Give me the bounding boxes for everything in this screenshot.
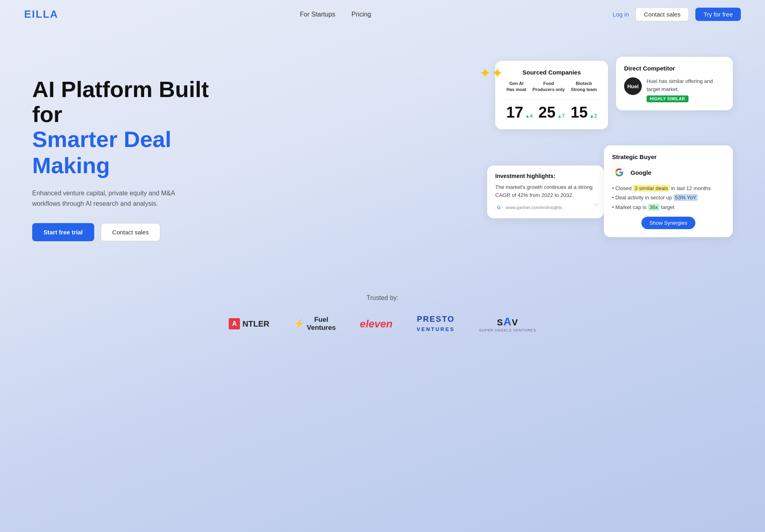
fuel-ventures-text: FuelVentures bbox=[307, 316, 336, 332]
tag-food: Food Producers only bbox=[533, 81, 565, 93]
competitor-row: Huel Huel has similar offering and targe… bbox=[624, 77, 725, 102]
target-multiple-highlight: 36x bbox=[648, 204, 660, 211]
logo-sav: SAV SUPER ANGELS VENTURES bbox=[479, 315, 536, 332]
hero-description: Enhanced venture capital, private equity… bbox=[32, 188, 193, 209]
quote-mark-icon: " bbox=[594, 201, 598, 213]
huel-logo: Huel bbox=[624, 77, 642, 95]
fuel-lightning-icon: ⚡ bbox=[294, 319, 304, 329]
strategic-bullet-2: Deal activity in sector up 53% YoY bbox=[612, 193, 725, 202]
hero-left: AI Platform Built for Smarter Deal Makin… bbox=[32, 53, 242, 241]
sourced-companies-card: Sourced Companies Gen AI Has moat Food P… bbox=[495, 61, 608, 129]
competitor-card-title: Direct Competitor bbox=[624, 65, 725, 72]
try-free-button[interactable]: Try for free bbox=[695, 8, 741, 21]
logo-fuel-ventures: ⚡ FuelVentures bbox=[294, 316, 336, 332]
sourced-num-2: 25 ▲7 bbox=[538, 104, 564, 121]
tag-biotech: Biotech Strong team bbox=[571, 81, 597, 93]
invest-card-text: The market's growth continues at a stron… bbox=[495, 183, 596, 199]
antler-a-icon: A bbox=[229, 318, 240, 329]
strategic-card-title: Strategic Buyer bbox=[612, 153, 725, 160]
strategic-bullet-3: Market cap is 36x target bbox=[612, 203, 725, 212]
logo-antler: A NTLER bbox=[229, 318, 269, 329]
strategic-buyer-card: Strategic Buyer Google Closed 3 similar … bbox=[604, 145, 733, 237]
invest-card-source: G www.gartner.com/en/insights bbox=[495, 204, 596, 211]
invest-card-title: Investment highlights: bbox=[495, 173, 596, 179]
contact-sales-nav-button[interactable]: Contact sales bbox=[635, 7, 689, 21]
nav-links: For Startups Pricing bbox=[300, 11, 371, 18]
contact-sales-hero-button[interactable]: Contact sales bbox=[101, 223, 161, 241]
hero-title-black: AI Platform Built for bbox=[32, 77, 242, 126]
nav-link-pricing[interactable]: Pricing bbox=[351, 11, 371, 18]
start-free-trial-button[interactable]: Start free trial bbox=[32, 223, 94, 241]
google-icon bbox=[612, 165, 626, 180]
strategic-buyer-name: Google bbox=[631, 169, 651, 176]
nav-actions: Log in Contact sales Try for free bbox=[612, 7, 741, 21]
hero-buttons: Start free trial Contact sales bbox=[32, 223, 242, 241]
login-button[interactable]: Log in bbox=[612, 11, 629, 18]
sourced-numbers: 17 ▲4 25 ▲7 15 ▲2 bbox=[503, 104, 600, 121]
highly-similar-badge: HIGHLY SIMILAR bbox=[647, 95, 688, 102]
google-g-icon: G bbox=[495, 204, 502, 211]
sourced-card-title: Sourced Companies bbox=[503, 69, 600, 76]
logo-eleven: eleven bbox=[360, 318, 393, 330]
competitor-description: Huel has similar offering and target mar… bbox=[647, 77, 725, 93]
sourced-num-1: 17 ▲4 bbox=[506, 104, 532, 121]
yoy-highlight: 53% YoY bbox=[674, 194, 698, 201]
tag-gen-ai: Gen AI Has moat bbox=[507, 81, 527, 93]
sourced-tags: Gen AI Has moat Food Producers only Biot… bbox=[503, 81, 600, 93]
investment-highlights-card: Investment highlights: The market's grow… bbox=[487, 166, 604, 218]
hero-title-blue: Smarter Deal Making bbox=[32, 126, 242, 178]
strategic-bullet-1: Closed 3 similar deals in last 12 months bbox=[612, 184, 725, 193]
hero-section: AI Platform Built for Smarter Deal Makin… bbox=[0, 29, 765, 270]
direct-competitor-card: Direct Competitor Huel Huel has similar … bbox=[616, 57, 733, 110]
trusted-label: Trusted by: bbox=[32, 294, 733, 302]
trusted-section: Trusted by: A NTLER ⚡ FuelVentures eleve… bbox=[0, 270, 765, 365]
hero-right: ✦✦ Sourced Companies Gen AI Has moat Foo… bbox=[475, 53, 733, 254]
strategic-header: Google bbox=[612, 165, 725, 180]
logo-presto: PRESTO VENTURES bbox=[417, 315, 455, 333]
similar-deals-highlight: 3 similar deals bbox=[633, 185, 670, 192]
site-logo[interactable]: EILLA bbox=[24, 8, 58, 21]
nav-link-startups[interactable]: For Startups bbox=[300, 11, 335, 18]
show-synergies-button[interactable]: Show Synergies bbox=[641, 217, 695, 229]
trusted-logos: A NTLER ⚡ FuelVentures eleven PRESTO VEN… bbox=[32, 315, 733, 333]
strategic-bullets: Closed 3 similar deals in last 12 months… bbox=[612, 184, 725, 212]
sparkle-icon: ✦✦ bbox=[479, 65, 503, 82]
sourced-num-3: 15 ▲2 bbox=[571, 104, 597, 121]
